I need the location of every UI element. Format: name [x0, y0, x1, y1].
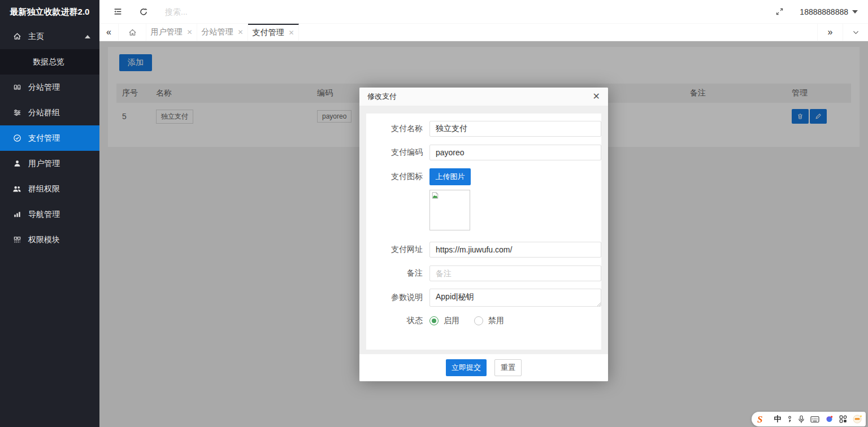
close-icon[interactable]: ✕ [186, 28, 192, 36]
form-row-icon: 支付图标 上传图片 [366, 168, 601, 230]
grid-icon [12, 236, 21, 245]
microphone-icon[interactable] [798, 415, 805, 424]
chevron-up-icon [85, 35, 90, 38]
ime-skin-icon[interactable] [853, 415, 862, 424]
broken-image-icon [431, 191, 439, 199]
sidebar-item-group-permissions[interactable]: 群组权限 [0, 176, 99, 202]
tabs-menu-icon[interactable] [843, 24, 868, 41]
form-row-status: 状态 启用 禁用 [366, 316, 601, 326]
fullscreen-icon[interactable] [774, 6, 785, 18]
payment-url-input[interactable] [429, 242, 601, 258]
sidebar-item-permission-modules[interactable]: 权限模块 [0, 227, 99, 252]
sidebar-item-data-overview[interactable]: 数据总览 [0, 49, 99, 75]
tab-label: 用户管理 [150, 27, 182, 37]
substation-icon [12, 83, 21, 92]
status-enabled-label: 启用 [444, 316, 459, 326]
sidebar-item-label: 分站群组 [28, 108, 60, 118]
topbar: 18888888888 [99, 0, 868, 24]
form-row-name: 支付名称 [366, 121, 601, 137]
sidebar-item-navigation[interactable]: 导航管理 [0, 202, 99, 227]
payment-icon-preview [429, 190, 470, 230]
sidebar-item-users[interactable]: 用户管理 [0, 151, 99, 176]
status-radio-group: 启用 禁用 [429, 316, 504, 326]
sidebar-item-label: 数据总览 [33, 57, 64, 67]
params-label: 参数说明 [372, 293, 423, 303]
sidebar-item-label: 分站管理 [28, 82, 60, 93]
form-row-url: 支付网址 [366, 242, 601, 258]
reset-button[interactable]: 重置 [494, 359, 522, 376]
collapse-sidebar-icon[interactable] [112, 6, 123, 18]
tab-substation-management[interactable]: 分站管理 ✕ [197, 24, 248, 41]
user-icon [12, 159, 21, 168]
status-enabled-radio[interactable]: 启用 [429, 316, 459, 326]
edit-payment-modal: 修改支付 ✕ 支付名称 支付编码 支付图标 上传图片 [359, 88, 608, 381]
payment-url-label: 支付网址 [372, 245, 423, 255]
home-icon [128, 28, 137, 37]
tab-user-management[interactable]: 用户管理 ✕ [146, 24, 197, 41]
users-icon [12, 185, 21, 194]
status-label: 状态 [372, 316, 423, 326]
params-textarea[interactable]: Appid|秘钥 [429, 289, 601, 307]
account-phone: 18888888888 [800, 7, 848, 16]
sidebar-item-label: 支付管理 [28, 133, 60, 143]
sidebar-item-payment[interactable]: 支付管理 [0, 125, 99, 151]
form-row-params: 参数说明 Appid|秘钥 [366, 289, 601, 307]
close-icon[interactable]: ✕ [288, 29, 294, 37]
tab-label: 分站管理 [201, 27, 233, 37]
app-title: 最新独立收款进群2.0 [0, 0, 99, 24]
refresh-icon[interactable] [138, 6, 149, 18]
home-icon [12, 32, 21, 41]
close-icon[interactable]: ✕ [237, 28, 243, 36]
tabs-scroll-left-icon[interactable]: « [99, 24, 119, 41]
sidebar-item-label: 权限模块 [28, 235, 60, 245]
modal-footer: 立即提交 重置 [359, 354, 608, 381]
sidebar-item-label: 主页 [28, 32, 44, 42]
tab-payment-management[interactable]: 支付管理 ✕ [248, 24, 299, 41]
tab-controls: » [817, 24, 868, 41]
payment-name-label: 支付名称 [372, 124, 423, 134]
sidebar: 最新独立收款进群2.0 主页 数据总览 分站管理 [0, 0, 99, 427]
ime-toolbar: S 中 [752, 412, 866, 426]
sidebar-item-label: 导航管理 [28, 210, 60, 220]
sidebar-item-substation-groups[interactable]: 分站群组 [0, 100, 99, 125]
submit-button[interactable]: 立即提交 [446, 359, 487, 376]
upload-area: 上传图片 [429, 168, 471, 230]
status-disabled-radio[interactable]: 禁用 [474, 316, 504, 326]
modal-body: 支付名称 支付编码 支付图标 上传图片 支付网址 [359, 106, 608, 354]
sidebar-item-substation[interactable]: 分站管理 [0, 75, 99, 100]
modal-header: 修改支付 ✕ [359, 88, 608, 106]
payment-code-input[interactable] [429, 145, 601, 160]
keyboard-icon[interactable] [810, 416, 819, 423]
remark-input[interactable] [429, 265, 601, 281]
apps-grid-icon[interactable] [839, 415, 847, 423]
sidebar-item-home[interactable]: 主页 [0, 24, 99, 49]
ime-language-toggle[interactable]: 中 [774, 414, 781, 424]
tabs-scroll-right-icon[interactable]: » [817, 24, 843, 41]
caret-down-icon [852, 10, 858, 14]
sidebar-item-label: 用户管理 [28, 159, 60, 169]
circle-check-icon [12, 134, 21, 143]
sidebar-item-label: 群组权限 [28, 184, 60, 194]
radio-unselected-icon [474, 316, 483, 325]
payment-form: 支付名称 支付编码 支付图标 上传图片 支付网址 [366, 114, 601, 350]
payment-code-label: 支付编码 [372, 147, 423, 158]
sogou-logo-icon[interactable]: S [757, 415, 762, 424]
ai-assistant-icon[interactable] [825, 415, 834, 424]
radio-selected-icon [429, 316, 439, 325]
status-disabled-label: 禁用 [488, 316, 504, 326]
payment-name-input[interactable] [429, 121, 601, 137]
tabbar: « 用户管理 ✕ 分站管理 ✕ 支付管理 ✕ » [99, 24, 868, 41]
account-dropdown[interactable]: 18888888888 [800, 7, 858, 16]
search-input[interactable] [165, 7, 267, 16]
ime-punctuation-icon[interactable] [787, 415, 792, 423]
payment-icon-label: 支付图标 [372, 172, 423, 182]
bar-chart-icon [12, 210, 21, 219]
tab-label: 支付管理 [252, 28, 284, 38]
home-tab[interactable] [119, 24, 146, 41]
sliders-icon [12, 108, 21, 117]
topbar-right: 18888888888 [774, 6, 858, 18]
sidebar-menu: 主页 数据总览 分站管理 分站群组 [0, 24, 99, 252]
form-row-remark: 备注 [366, 265, 601, 281]
close-icon[interactable]: ✕ [593, 92, 600, 101]
upload-image-button[interactable]: 上传图片 [429, 168, 471, 185]
